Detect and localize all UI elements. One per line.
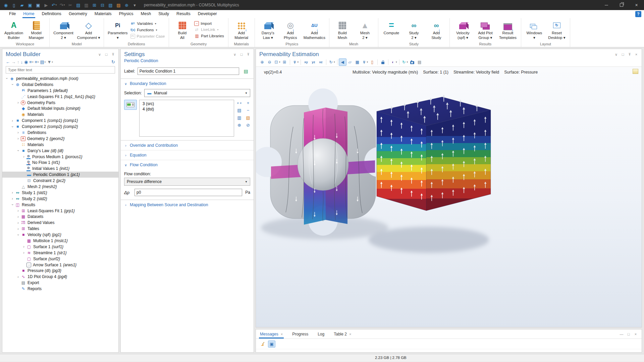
tree-item-materials-global[interactable]: ◉Materials	[2, 111, 118, 118]
rename-button[interactable]: ▤	[241, 67, 250, 75]
cut-icon[interactable]: ✂	[66, 1, 74, 9]
velocity-spf-button[interactable]: Velocity (spf) ▾	[452, 19, 474, 42]
new-file-icon[interactable]: ▯	[10, 1, 18, 9]
tree-expander-closed[interactable]: ›	[16, 221, 20, 225]
help-button[interactable]: ?	[635, 11, 641, 17]
add-plot-group-button[interactable]: Add Plot Group ▾	[474, 19, 496, 42]
tree-item-arrow-surface-1[interactable]: →Arrow Surface 1{arws1}	[2, 262, 118, 268]
close-tab-icon[interactable]: ×	[349, 332, 351, 336]
redo-icon[interactable]: ↷▾	[58, 1, 66, 9]
tree-item-periodic-condition-1[interactable]: ▬Periodic Condition 1{pc1}	[2, 172, 118, 178]
add-material-button[interactable]: ↓Add Material	[230, 19, 253, 42]
comsol-logo-icon[interactable]: ◉	[2, 1, 10, 9]
close-panel-icon[interactable]: ×	[634, 52, 638, 57]
minimize-panel-icon[interactable]: —	[620, 332, 624, 336]
section-override[interactable]: › Override and Contribution	[121, 140, 254, 150]
selection-combobox[interactable]: ▬ Manual ▼	[144, 89, 250, 97]
show-hide-icon[interactable]: ◉	[24, 59, 28, 64]
part-libraries-button[interactable]: ▥Part Libraries	[194, 34, 224, 39]
float-panel-icon[interactable]: □	[239, 52, 244, 57]
active-selection-toggle[interactable]	[124, 100, 137, 110]
tree-expander-closed[interactable]: ›	[16, 137, 20, 140]
close-button[interactable]: ×	[629, 0, 644, 10]
lock-view-icon[interactable]	[379, 59, 386, 65]
tree-item-reports[interactable]: ✎Reports	[2, 286, 118, 292]
functions-button[interactable]: f(x)Functions▾	[130, 28, 165, 33]
tab-definitions[interactable]: Definitions	[38, 10, 65, 18]
clear-selection-icon[interactable]: ▨	[115, 1, 122, 9]
tab-progress[interactable]: Progress	[292, 329, 308, 338]
go-back-icon[interactable]: ←	[6, 59, 10, 64]
customize-quick-access-icon[interactable]: ▾	[131, 1, 139, 9]
application-builder-button[interactable]: AApplication Builder	[3, 19, 25, 42]
pin-panel-icon[interactable]: Ŧ	[628, 52, 632, 57]
graphics-settings-icon[interactable]: ◐▾	[390, 59, 397, 65]
tree-expander-closed[interactable]: ›	[10, 191, 15, 194]
pressure-difference-input[interactable]	[135, 189, 242, 196]
tree-expander-open[interactable]: ›	[16, 232, 20, 237]
float-panel-icon[interactable]: □	[627, 332, 631, 336]
save-as-icon[interactable]: ▣	[34, 1, 42, 9]
paste-selection-icon[interactable]: ▥	[236, 115, 242, 120]
build-all-button[interactable]: Build All	[171, 19, 193, 42]
transparency-icon[interactable]: ▱	[346, 59, 354, 65]
move-down-icon[interactable]: ↓	[21, 59, 23, 64]
selection-list-item[interactable]: 3 (src)	[140, 101, 234, 106]
zoom-out-icon[interactable]: ⊖	[266, 59, 273, 65]
tree-expander-closed[interactable]: ›	[10, 119, 15, 123]
tab-materials[interactable]: Materials	[91, 10, 115, 18]
tree-item-least-squares-fit-grp1[interactable]: ›⊞Least-Squares Fit 1{grp1}	[2, 208, 118, 214]
go-to-view-icon[interactable]: ⋔▾	[292, 59, 299, 65]
image-snapshot-icon[interactable]	[409, 59, 416, 65]
tree-expander-open[interactable]: ›	[11, 82, 14, 87]
collapse-tree-icon[interactable]: ≡▾	[35, 59, 39, 64]
section-boundary-selection[interactable]: ∨ Boundary Selection	[121, 79, 254, 88]
tree-item-pressure-dl[interactable]: ■Pressure (dl){pg3}	[2, 268, 118, 274]
windows-button[interactable]: Windows ▾	[523, 19, 545, 42]
darcys-law-button[interactable]: Darcy's Law ▾	[257, 19, 279, 42]
graphics-canvas[interactable]	[256, 67, 642, 327]
tree-expander-closed[interactable]: ›	[10, 197, 15, 200]
tree-filter-input[interactable]	[6, 68, 115, 72]
pin-panel-icon[interactable]: Ŧ	[111, 52, 115, 57]
close-panel-icon[interactable]: ×	[634, 332, 638, 336]
selection-list-item[interactable]: 4 (dst)	[140, 106, 234, 112]
view-xy-icon[interactable]: xy	[303, 59, 310, 65]
tree-item-global-definitions[interactable]: ›⊕Global Definitions	[2, 82, 118, 88]
tab-file[interactable]: File	[5, 10, 19, 18]
tree-item-darcys-law[interactable]: ›■Darcy's Law(dl) {dl}	[2, 148, 118, 154]
tree-item-results[interactable]: ›◫Results	[2, 202, 118, 208]
flow-condition-combobox[interactable]: Pressure difference ▼	[124, 178, 250, 186]
tree-expander-open[interactable]: ›	[16, 148, 20, 153]
select-box-icon[interactable]: ▧	[107, 1, 114, 9]
float-panel-icon[interactable]: □	[104, 52, 108, 57]
tree-expander-closed[interactable]: ›	[16, 209, 20, 213]
scene-light-icon[interactable]: ◀	[339, 59, 346, 65]
boundary-selection-list[interactable]: 3 (src)4 (dst)	[139, 100, 234, 137]
component-2-button[interactable]: Component 2 ▾	[52, 19, 75, 42]
deactivate-selection-icon[interactable]: ⊘	[245, 123, 251, 128]
zoom-box-icon[interactable]: ⊡▾	[273, 59, 281, 65]
tab-table-2[interactable]: Table 2×	[334, 329, 351, 338]
tree-item-component-2[interactable]: ›■Component 2(comp2) {comp2}	[2, 124, 118, 130]
tree-item-parameters-1[interactable]: PiParameters 1{default}	[2, 88, 118, 94]
update-plot-icon[interactable]: ↻▾	[401, 59, 409, 65]
tab-physics[interactable]: Physics	[115, 10, 137, 18]
tree-item-geometry-parts[interactable]: ›AGeometry Parts	[2, 100, 118, 106]
move-up-icon[interactable]: ↑	[17, 59, 19, 64]
study-2-button[interactable]: ∞Study 2 ▾	[403, 19, 425, 42]
reset-desktop-button[interactable]: ↻Reset Desktop ▾	[546, 19, 568, 42]
add-physics-button[interactable]: ◎↓Add Physics	[279, 19, 302, 42]
tree-item-mesh-2[interactable]: △Mesh 2{mesh2}	[2, 184, 118, 190]
zoom-extents-icon[interactable]: ⊞	[281, 59, 288, 65]
close-tab-icon[interactable]: ×	[281, 332, 283, 336]
collapse-panel-icon[interactable]: ∨	[614, 52, 618, 57]
tree-item-surface-2[interactable]: ▢Surface{surf2}	[2, 256, 118, 262]
delete-icon[interactable]: ⊟	[99, 1, 106, 9]
tree-item-streamline-1[interactable]: ›≋Streamline 1{str1}	[2, 250, 118, 256]
tree-item-constraint-2[interactable]: ⊟Constraint 2{pc2}	[2, 178, 118, 184]
tab-home[interactable]: Home	[19, 10, 38, 18]
compute-button[interactable]: =Compute	[380, 19, 402, 42]
tab-messages[interactable]: Messages×	[260, 329, 283, 338]
plot-thumbnail-icon[interactable]	[633, 69, 638, 74]
